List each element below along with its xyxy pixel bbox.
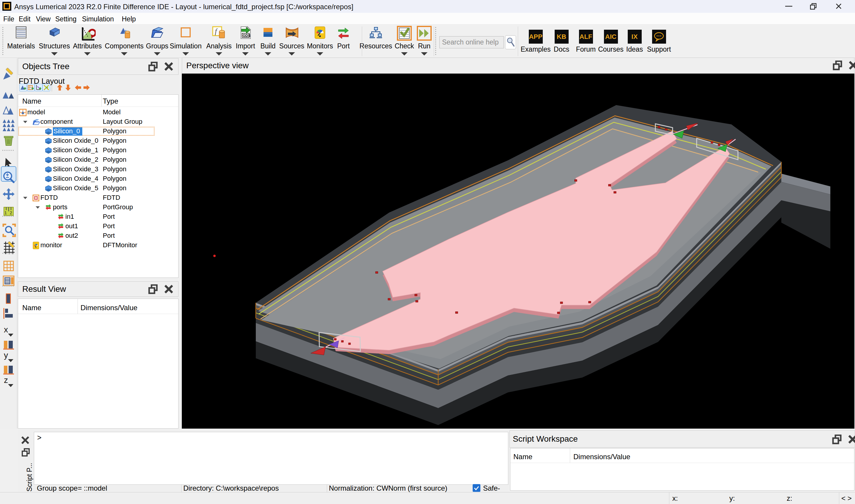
- svg-text:2: 2: [10, 211, 12, 215]
- svg-text:x: x: [4, 325, 8, 334]
- svg-text:1: 1: [4, 211, 7, 215]
- svg-text:y: y: [4, 350, 8, 360]
- svg-text:z: z: [4, 376, 8, 385]
